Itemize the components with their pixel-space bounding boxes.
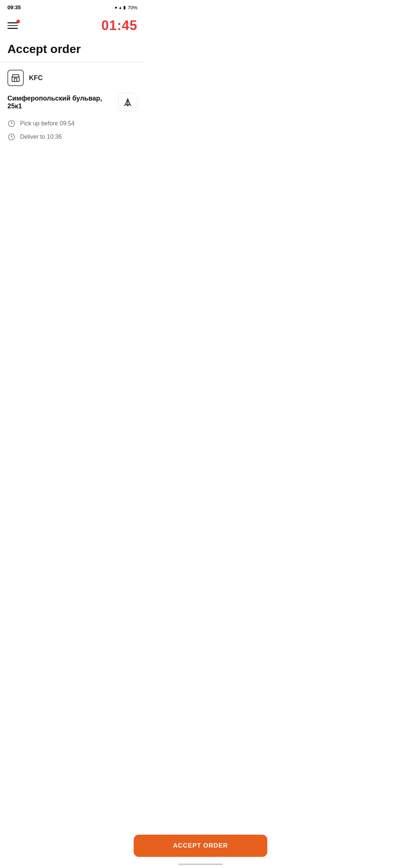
app-header: 01:45 <box>0 13 145 39</box>
location-icon: ● <box>115 5 117 10</box>
page-title: Accept order <box>0 39 145 62</box>
signal-icon: ▮ <box>123 5 126 10</box>
status-bar: 09:35 ● ▴ ▮ 70% <box>0 0 145 13</box>
deliver-time-text: Deliver to 10:36 <box>20 134 62 140</box>
restaurant-icon <box>7 70 24 86</box>
pickup-clock-icon <box>7 119 16 128</box>
menu-button[interactable] <box>7 19 21 32</box>
svg-rect-0 <box>12 77 19 82</box>
wifi-icon: ▴ <box>119 5 121 10</box>
status-time: 09:35 <box>7 4 21 10</box>
restaurant-row: KFC <box>7 70 137 86</box>
status-icons: ● ▴ ▮ 70% <box>115 5 137 10</box>
battery-text: 70% <box>128 5 137 10</box>
store-icon <box>11 73 20 83</box>
countdown-timer: 01:45 <box>101 18 137 33</box>
deliver-time-row: Deliver to 10:36 <box>7 133 137 141</box>
order-card: KFC Симферопольский бульвар, 25к1 Pick u… <box>0 62 145 154</box>
menu-bar-2 <box>7 25 18 26</box>
menu-bar-3 <box>7 28 18 29</box>
map-button[interactable] <box>118 93 137 112</box>
map-icon <box>123 97 133 108</box>
restaurant-name: KFC <box>29 74 43 82</box>
notification-dot <box>16 20 20 23</box>
deliver-clock-icon <box>7 133 16 141</box>
restaurant-address: Симферопольский бульвар, 25к1 <box>7 95 118 110</box>
pickup-time-row: Pick up before 09:54 <box>7 119 137 128</box>
pickup-time-text: Pick up before 09:54 <box>20 120 75 127</box>
address-row: Симферопольский бульвар, 25к1 <box>7 93 137 112</box>
